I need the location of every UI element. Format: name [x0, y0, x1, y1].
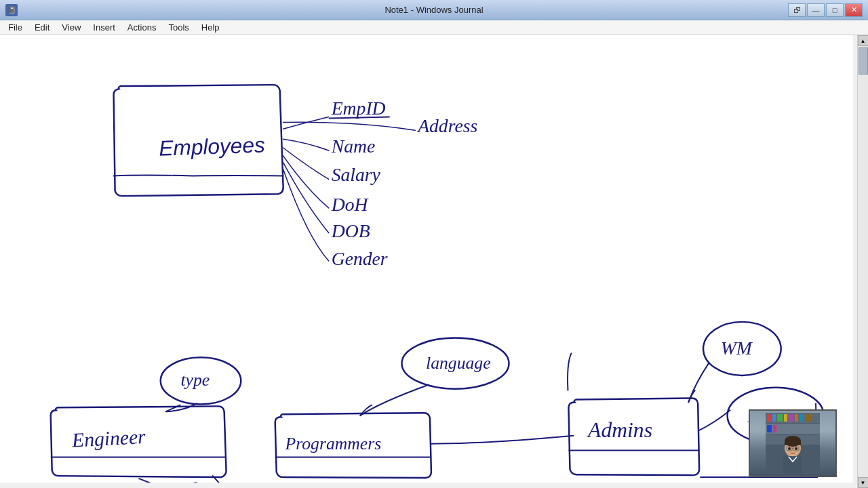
webcam-person: [750, 411, 835, 476]
app-icon: 📓: [5, 4, 18, 16]
canvas-area[interactable]: Employees EmpID Address Name Salary DoH …: [0, 35, 853, 483]
window-controls: 🗗 — □ ✕: [788, 3, 863, 17]
vertical-scrollbar[interactable]: ▲ ▼: [857, 35, 868, 488]
webcam-overlay: [749, 409, 837, 477]
scroll-up-button[interactable]: ▲: [858, 35, 869, 46]
svg-text:Salary: Salary: [332, 164, 381, 185]
svg-point-38: [788, 447, 791, 450]
svg-text:Admins: Admins: [587, 418, 652, 442]
scroll-thumb[interactable]: [859, 47, 868, 75]
svg-rect-33: [773, 425, 776, 432]
menu-insert[interactable]: Insert: [87, 21, 121, 34]
svg-text:type: type: [180, 370, 210, 390]
menu-file[interactable]: File: [3, 21, 28, 34]
svg-rect-31: [805, 414, 811, 422]
menu-edit[interactable]: Edit: [29, 21, 55, 34]
menu-view[interactable]: View: [56, 21, 86, 34]
svg-text:Employees: Employees: [159, 132, 266, 160]
svg-rect-25: [772, 414, 776, 422]
titlebar: 📓 Note1 - Windows Journal 🗗 — □ ✕: [0, 0, 868, 20]
svg-rect-32: [767, 425, 772, 432]
svg-rect-30: [800, 414, 804, 422]
svg-text:EmpID: EmpID: [331, 98, 386, 119]
menu-help[interactable]: Help: [196, 21, 225, 34]
svg-point-39: [795, 447, 797, 450]
restore-button[interactable]: 🗗: [788, 3, 806, 17]
svg-rect-29: [795, 414, 798, 422]
drawing-canvas: Employees EmpID Address Name Salary DoH …: [0, 35, 853, 483]
svg-text:Name: Name: [331, 136, 376, 157]
menu-tools[interactable]: Tools: [163, 21, 194, 34]
svg-text:Engineer: Engineer: [71, 426, 146, 451]
svg-rect-37: [785, 441, 801, 445]
svg-text:Address: Address: [416, 115, 477, 136]
svg-text:language: language: [426, 353, 491, 373]
svg-rect-28: [789, 414, 793, 422]
svg-rect-35: [783, 456, 802, 474]
menu-actions[interactable]: Actions: [122, 21, 162, 34]
svg-rect-24: [767, 414, 771, 422]
svg-text:Gender: Gender: [332, 248, 388, 269]
titlebar-left: 📓: [5, 4, 18, 16]
svg-text:WM: WM: [721, 338, 753, 359]
menubar: File Edit View Insert Actions Tools Help: [0, 20, 868, 35]
minimize-button[interactable]: —: [807, 3, 825, 17]
close-button[interactable]: ✕: [845, 3, 863, 17]
svg-text:Programmers: Programmers: [285, 434, 382, 453]
svg-rect-26: [777, 414, 783, 422]
svg-text:DoH: DoH: [331, 194, 370, 215]
main-area: Employees EmpID Address Name Salary DoH …: [0, 35, 868, 488]
scroll-down-button[interactable]: ▼: [858, 477, 869, 488]
svg-text:DOB: DOB: [331, 220, 370, 241]
title-text: Note1 - Windows Journal: [384, 5, 483, 15]
maximize-button[interactable]: □: [826, 3, 844, 17]
svg-rect-27: [784, 414, 787, 422]
